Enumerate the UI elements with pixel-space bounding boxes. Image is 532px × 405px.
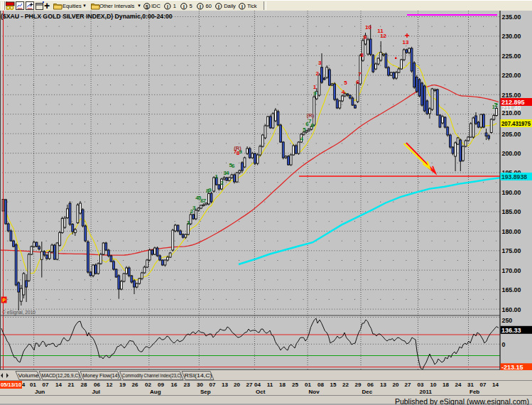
svg-text:225.00: 225.00 bbox=[502, 53, 521, 60]
svg-text:1: 1 bbox=[313, 84, 317, 90]
svg-text:205.00: 205.00 bbox=[502, 131, 521, 138]
svg-text:Money Flow(14): Money Flow(14) bbox=[83, 372, 120, 379]
svg-text:9: 9 bbox=[313, 90, 317, 97]
svg-text:RSI(14,C): RSI(14,C) bbox=[185, 372, 212, 379]
svg-text:(R): (R) bbox=[234, 145, 241, 151]
svg-text:170.00: 170.00 bbox=[502, 267, 521, 274]
svg-text:Volume: Volume bbox=[18, 372, 39, 379]
svg-text:12: 12 bbox=[380, 33, 386, 39]
svg-text:215.00: 215.00 bbox=[502, 92, 521, 99]
svg-text:7: 7 bbox=[358, 71, 362, 77]
svg-text:© eSignal, 2010: © eSignal, 2010 bbox=[2, 310, 36, 315]
svg-text:I: I bbox=[218, 4, 219, 9]
svg-text:190.00: 190.00 bbox=[502, 189, 521, 196]
svg-text:193.8938: 193.8938 bbox=[501, 173, 527, 180]
svg-text:($XAU - PHLX GOLD SILVER INDEX: ($XAU - PHLX GOLD SILVER INDEX,D) Dynami… bbox=[1, 13, 173, 20]
svg-text:250: 250 bbox=[502, 317, 513, 324]
svg-text:9: 9 bbox=[208, 187, 212, 193]
svg-text:160.00: 160.00 bbox=[502, 306, 521, 313]
svg-text:5: 5 bbox=[344, 80, 347, 86]
svg-text:I: I bbox=[183, 4, 185, 9]
svg-text:0: 0 bbox=[502, 341, 506, 348]
svg-text:6: 6 bbox=[356, 79, 359, 85]
svg-text:136.33: 136.33 bbox=[501, 327, 521, 334]
svg-text:235.00: 235.00 bbox=[502, 14, 521, 21]
svg-text:8: 8 bbox=[310, 122, 314, 129]
svg-text:207.431975: 207.431975 bbox=[501, 120, 531, 127]
svg-text:3: 3 bbox=[318, 60, 322, 66]
svg-text:6: 6 bbox=[232, 163, 235, 169]
svg-text:I: I bbox=[167, 4, 168, 9]
svg-text:211.40: 211.40 bbox=[502, 104, 521, 112]
svg-text:4: 4 bbox=[226, 170, 229, 176]
svg-text:180.00: 180.00 bbox=[502, 228, 521, 235]
svg-text:175.00: 175.00 bbox=[502, 247, 521, 254]
svg-text:1: 1 bbox=[187, 220, 190, 226]
svg-text:13: 13 bbox=[403, 39, 409, 45]
svg-text:2: 2 bbox=[495, 102, 498, 108]
svg-text:220.00: 220.00 bbox=[502, 72, 521, 79]
svg-text:I: I bbox=[199, 4, 200, 9]
svg-text:2: 2 bbox=[220, 180, 224, 186]
svg-text:(R): (R) bbox=[307, 112, 315, 119]
svg-text:8: 8 bbox=[360, 52, 364, 58]
svg-text:165.00: 165.00 bbox=[502, 286, 521, 293]
svg-text:200.00: 200.00 bbox=[502, 150, 521, 157]
svg-text:P: P bbox=[2, 298, 6, 303]
svg-text:4: 4 bbox=[300, 136, 304, 142]
svg-text:I: I bbox=[241, 4, 242, 9]
svg-text:10: 10 bbox=[365, 24, 371, 31]
svg-text:1: 1 bbox=[215, 173, 218, 180]
svg-text:4: 4 bbox=[342, 89, 345, 95]
svg-text:5: 5 bbox=[303, 126, 306, 133]
svg-text:-213.15: -213.15 bbox=[501, 364, 523, 370]
svg-text:Commodity Channel Index(23,C): Commodity Channel Index(23,C) bbox=[122, 372, 182, 379]
svg-text:S: S bbox=[145, 4, 148, 9]
svg-text:2: 2 bbox=[315, 70, 319, 77]
svg-text:230.00: 230.00 bbox=[502, 33, 521, 40]
svg-text:MACD(12,26,9,C): MACD(12,26,9,C) bbox=[42, 372, 80, 379]
svg-text:185.00: 185.00 bbox=[502, 208, 521, 215]
svg-text:7: 7 bbox=[203, 198, 207, 204]
svg-text:3: 3 bbox=[192, 205, 196, 211]
svg-text:9: 9 bbox=[363, 34, 367, 40]
